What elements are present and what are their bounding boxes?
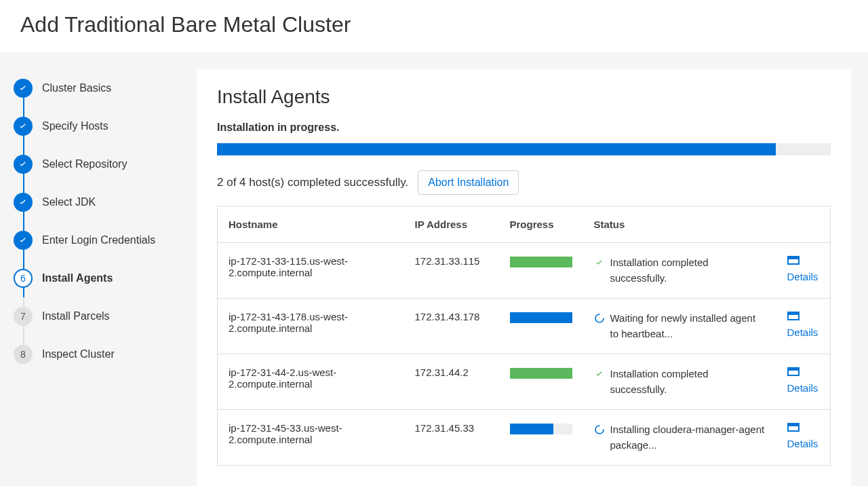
section-heading: Install Agents — [217, 86, 831, 108]
table-row: ip-172-31-45-33.us-west-2.compute.intern… — [218, 410, 831, 466]
summary-text: 2 of 4 host(s) completed successfully. — [217, 176, 408, 189]
step-label: Cluster Basics — [42, 82, 111, 94]
check-icon — [14, 117, 33, 136]
col-status: Status — [583, 206, 776, 243]
check-icon — [594, 367, 605, 381]
ip-cell: 172.31.44.2 — [404, 354, 499, 410]
details-link[interactable]: Details — [787, 438, 820, 449]
wizard-step[interactable]: Enter Login Credentials — [14, 221, 183, 259]
status-text: Installation completed successfully. — [610, 367, 766, 397]
col-hostname: Hostname — [218, 206, 404, 243]
check-icon — [594, 255, 605, 270]
ip-cell: 172.31.33.115 — [404, 243, 499, 299]
status-cell: Installing cloudera-manager-agent packag… — [583, 410, 776, 466]
col-progress: Progress — [499, 206, 583, 243]
overall-progress-bar — [217, 143, 831, 155]
wizard-step[interactable]: 8Inspect Cluster — [14, 335, 183, 373]
table-row: ip-172-31-43-178.us-west-2.compute.inter… — [218, 299, 831, 354]
wizard-step[interactable]: Specify Hosts — [14, 107, 183, 145]
details-icon — [787, 312, 800, 320]
hostname-cell: ip-172-31-44-2.us-west-2.compute.interna… — [218, 354, 404, 410]
wizard-step[interactable]: Cluster Basics — [14, 69, 183, 107]
details-cell: Details — [776, 410, 831, 466]
details-cell: Details — [776, 299, 831, 354]
progress-cell — [499, 410, 583, 466]
table-row: ip-172-31-33-115.us-west-2.compute.inter… — [218, 243, 831, 299]
status-cell: Installation completed successfully. — [583, 354, 776, 410]
details-link[interactable]: Details — [787, 326, 820, 338]
details-link[interactable]: Details — [787, 271, 820, 282]
status-text: Installing cloudera-manager-agent packag… — [610, 422, 766, 453]
spinner-icon — [594, 422, 605, 437]
step-label: Enter Login Credentials — [42, 234, 155, 246]
step-label: Select Repository — [42, 158, 127, 170]
step-number-icon: 7 — [14, 307, 33, 326]
wizard-step[interactable]: Select JDK — [14, 183, 183, 221]
abort-install-button[interactable]: Abort Installation — [418, 170, 519, 195]
row-progress-bar — [510, 368, 572, 379]
details-icon — [787, 367, 800, 376]
check-icon — [14, 231, 33, 250]
col-ip: IP Address — [404, 206, 499, 243]
details-cell: Details — [776, 354, 831, 410]
page-title: Add Traditional Bare Metal Cluster — [20, 12, 848, 37]
row-progress-bar — [510, 312, 572, 323]
step-number-icon: 8 — [14, 345, 33, 364]
step-number-icon: 6 — [14, 269, 33, 288]
status-text: Waiting for newly installed agent to hea… — [610, 311, 766, 341]
details-icon — [787, 423, 800, 432]
hostname-cell: ip-172-31-33-115.us-west-2.compute.inter… — [218, 243, 404, 299]
ip-cell: 172.31.43.178 — [404, 299, 499, 354]
status-cell: Installation completed successfully. — [583, 243, 776, 299]
step-label: Install Agents — [42, 272, 113, 284]
check-icon — [14, 155, 33, 174]
col-details — [776, 206, 831, 243]
progress-cell — [499, 243, 583, 299]
status-text: Installation completed successfully. — [610, 255, 766, 286]
table-row: ip-172-31-44-2.us-west-2.compute.interna… — [218, 354, 831, 410]
hosts-table: Hostname IP Address Progress Status ip-1… — [217, 206, 831, 466]
hostname-cell: ip-172-31-43-178.us-west-2.compute.inter… — [218, 299, 404, 354]
details-cell: Details — [776, 243, 831, 299]
check-icon — [14, 79, 33, 98]
install-status-text: Installation in progress. — [217, 122, 831, 134]
hostname-cell: ip-172-31-45-33.us-west-2.compute.intern… — [218, 410, 404, 466]
row-progress-bar — [510, 424, 572, 434]
status-cell: Waiting for newly installed agent to hea… — [583, 299, 776, 354]
step-label: Inspect Cluster — [42, 348, 115, 360]
step-label: Install Parcels — [42, 310, 110, 322]
ip-cell: 172.31.45.33 — [404, 410, 499, 466]
wizard-steps-sidebar: Cluster BasicsSpecify HostsSelect Reposi… — [0, 52, 197, 486]
main-panel: Install Agents Installation in progress.… — [197, 69, 851, 486]
spinner-icon — [594, 311, 605, 326]
wizard-step[interactable]: Select Repository — [14, 145, 183, 183]
step-label: Select JDK — [42, 196, 96, 208]
progress-cell — [499, 354, 583, 410]
progress-cell — [499, 299, 583, 354]
wizard-step[interactable]: 6Install Agents — [14, 259, 183, 297]
details-icon — [787, 256, 800, 265]
details-link[interactable]: Details — [787, 382, 820, 394]
check-icon — [14, 193, 33, 212]
wizard-step[interactable]: 7Install Parcels — [14, 297, 183, 335]
step-label: Specify Hosts — [42, 120, 108, 132]
row-progress-bar — [510, 257, 572, 267]
